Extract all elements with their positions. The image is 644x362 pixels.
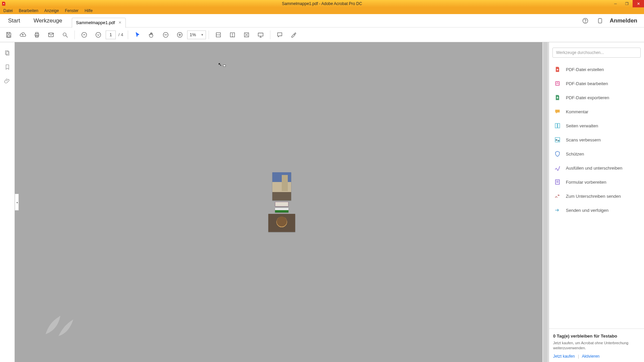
mail-icon[interactable]: [44, 28, 58, 42]
selection-tool-icon[interactable]: [131, 28, 144, 42]
comment-icon: [554, 108, 561, 115]
fit-visible-icon[interactable]: [240, 28, 253, 42]
tool-item-sendtrack[interactable]: Senden und verfolgen: [549, 203, 644, 217]
separator: |: [578, 354, 579, 359]
notifications-icon[interactable]: [595, 16, 605, 26]
svg-rect-22: [258, 33, 263, 36]
menu-hilfe[interactable]: Hilfe: [83, 8, 95, 13]
separator: [270, 31, 270, 39]
menubar: Datei Bearbeiten Anzeige Fenster Hilfe: [0, 7, 644, 14]
cloud-upload-icon[interactable]: [16, 28, 30, 42]
fit-page-icon[interactable]: [226, 28, 239, 42]
zoom-select[interactable]: 1% ▼: [187, 31, 206, 39]
svg-rect-23: [5, 51, 8, 54]
chevron-down-icon: ▼: [201, 33, 204, 37]
tool-item-form[interactable]: Formular vorbereiten: [549, 175, 644, 189]
svg-rect-24: [6, 52, 9, 55]
tab-start[interactable]: Start: [1, 14, 27, 27]
svg-rect-27: [558, 82, 559, 83]
read-mode-icon[interactable]: [254, 28, 267, 42]
tool-item-edit[interactable]: PDF-Datei bearbeiten: [549, 76, 644, 90]
save-icon[interactable]: [2, 28, 15, 42]
tool-item-label: PDF-Datei bearbeiten: [566, 81, 608, 86]
svg-line-11: [66, 36, 67, 37]
trial-title: 0 Tag(e) verbleiben für Testabo: [553, 334, 640, 339]
tool-item-label: Formular vorbereiten: [566, 180, 606, 185]
activate-link[interactable]: Aktivieren: [582, 354, 600, 359]
svg-rect-25: [555, 81, 559, 85]
comment-icon[interactable]: [273, 28, 286, 42]
tools-search-placeholder: Werkzeuge durchsuchen...: [556, 50, 604, 55]
svg-rect-5: [7, 35, 10, 37]
zoom-in-icon[interactable]: [173, 28, 186, 42]
menu-anzeige[interactable]: Anzeige: [42, 8, 61, 13]
main-area: ◂ ↖ ▸ Werkzeuge durchsuchen... PDF-Datei…: [0, 42, 644, 362]
tool-item-label: Seiten verwalten: [566, 123, 598, 128]
page-thumb-4[interactable]: [268, 214, 295, 232]
page-up-icon[interactable]: [77, 28, 91, 42]
tool-item-sendsign[interactable]: Zum Unterschreiben senden: [549, 189, 644, 203]
sendtrack-icon: [554, 206, 561, 214]
print-icon[interactable]: [30, 28, 44, 42]
menu-datei[interactable]: Datei: [1, 8, 15, 13]
window-title: Sammelmappe1.pdf - Adobe Acrobat Pro DC: [282, 1, 362, 6]
tools-list: PDF-Datei erstellenPDF-Datei bearbeitenP…: [549, 62, 644, 217]
thumbnails-panel-icon[interactable]: [3, 48, 12, 58]
svg-point-13: [96, 32, 101, 37]
page-down-icon[interactable]: [92, 28, 105, 42]
bookmarks-panel-icon[interactable]: [3, 62, 12, 72]
enhance-icon: [554, 136, 561, 143]
highlight-icon[interactable]: [287, 28, 301, 42]
tool-item-fillsign[interactable]: Ausfüllen und unterschreiben: [549, 161, 644, 175]
zoom-out-icon[interactable]: [159, 28, 172, 42]
svg-point-1: [585, 22, 585, 22]
svg-rect-2: [598, 18, 602, 23]
attachments-panel-icon[interactable]: [3, 76, 12, 86]
export-icon: [554, 94, 561, 101]
zoom-value: 1%: [190, 32, 196, 37]
separator: [128, 31, 128, 39]
close-tab-icon[interactable]: ✕: [118, 20, 121, 25]
acrobat-icon: [1, 1, 7, 7]
sign-in-link[interactable]: Anmelden: [610, 17, 637, 24]
collapse-left-handle[interactable]: ◂: [15, 194, 19, 210]
maximize-button[interactable]: ❐: [621, 0, 633, 7]
page-thumb-3[interactable]: [275, 208, 288, 213]
tool-item-create[interactable]: PDF-Datei erstellen: [549, 62, 644, 76]
separator: [74, 31, 75, 39]
minimize-button[interactable]: ─: [610, 0, 621, 7]
search-icon[interactable]: [58, 28, 72, 42]
tool-item-protect[interactable]: Schützen: [549, 147, 644, 161]
svg-rect-29: [555, 123, 557, 128]
left-rail: [0, 42, 15, 362]
menu-bearbeiten[interactable]: Bearbeiten: [17, 8, 40, 13]
document-view[interactable]: ◂ ↖ ▸: [15, 42, 549, 362]
toolbar: / 4 1% ▼: [0, 27, 644, 42]
close-button[interactable]: ✕: [633, 0, 644, 7]
tool-item-label: Zum Unterschreiben senden: [566, 194, 621, 199]
sendsign-icon: [554, 192, 561, 200]
tool-item-export[interactable]: PDF-Datei exportieren: [549, 90, 644, 105]
vertical-scrollbar[interactable]: [542, 42, 548, 362]
document-tab[interactable]: Sammelmappe1.pdf ✕: [72, 18, 126, 28]
menu-fenster[interactable]: Fenster: [63, 8, 80, 13]
form-icon: [554, 178, 561, 186]
tool-item-label: Scans verbessern: [566, 137, 601, 142]
tool-item-label: PDF-Datei exportieren: [566, 95, 609, 100]
tool-item-pages[interactable]: Seiten verwalten: [549, 119, 644, 133]
tab-werkzeuge[interactable]: Werkzeuge: [27, 14, 69, 27]
tool-item-enhance[interactable]: Scans verbessern: [549, 133, 644, 147]
watermark-icon: [38, 312, 75, 342]
page-thumb-1[interactable]: [272, 172, 291, 200]
tool-item-comment[interactable]: Kommentar: [549, 105, 644, 119]
buy-now-link[interactable]: Jetzt kaufen: [553, 354, 575, 359]
document-tab-label: Sammelmappe1.pdf: [76, 20, 115, 25]
page-number-input[interactable]: [106, 31, 116, 39]
page-thumb-2[interactable]: [275, 202, 288, 206]
tools-search-input[interactable]: Werkzeuge durchsuchen...: [552, 48, 641, 58]
hand-tool-icon[interactable]: [145, 28, 158, 42]
separator: [209, 31, 209, 39]
fit-width-icon[interactable]: [212, 28, 225, 42]
help-icon[interactable]: [580, 16, 590, 26]
trial-banner: 0 Tag(e) verbleiben für Testabo Jetzt ka…: [549, 328, 644, 362]
